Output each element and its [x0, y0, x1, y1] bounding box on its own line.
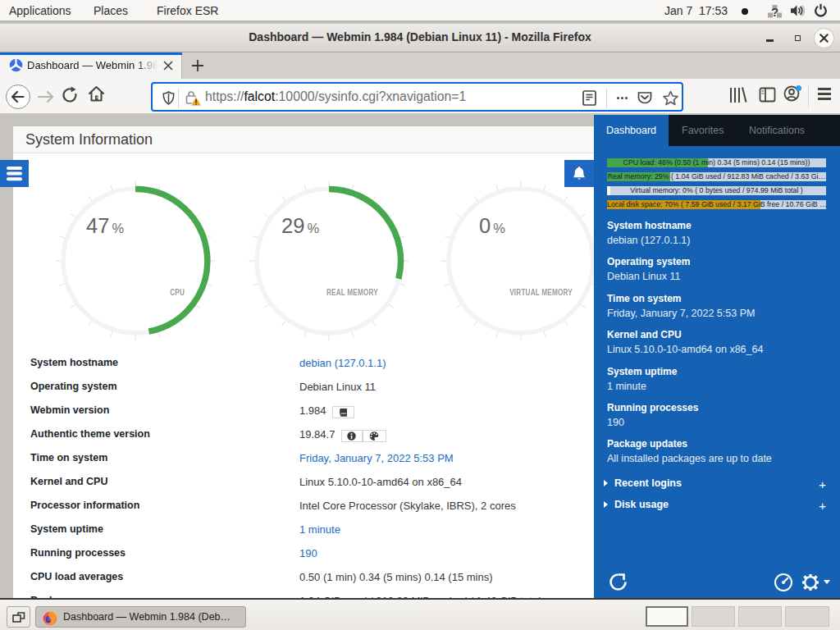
svg-text:?: ? — [771, 5, 778, 19]
